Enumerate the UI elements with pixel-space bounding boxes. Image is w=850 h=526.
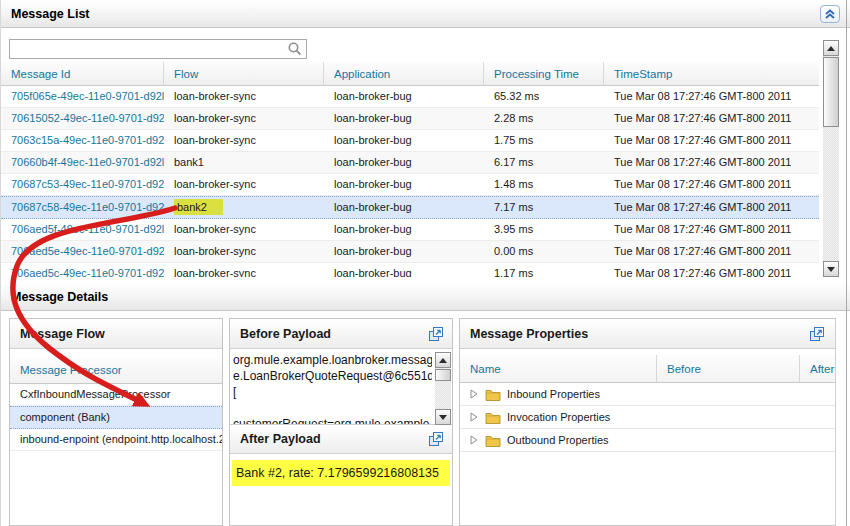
property-group-row[interactable]: Invocation Properties — [460, 406, 835, 429]
scroll-down-button[interactable] — [823, 261, 839, 277]
payload-panel: Before Payload org.mule.example.loanbrok… — [229, 318, 453, 526]
column-header-name[interactable]: Name — [460, 355, 657, 382]
application-cell: loan-broker-bug — [324, 108, 484, 129]
processing-time-cell: 1.48 ms — [484, 174, 604, 195]
table-row[interactable]: 70615052-49ec-11e0-9701-d92 loan-broker-… — [1, 108, 819, 130]
arrow-up-icon — [439, 358, 447, 363]
flow-cell-highlighted: bank2 — [164, 197, 324, 218]
timestamp-cell: Tue Mar 08 17:27:46 GMT-800 2011 — [604, 263, 819, 277]
before-payload-title: Before Payload — [240, 327, 331, 341]
expand-triangle-icon[interactable] — [469, 412, 479, 422]
column-header-processing-time[interactable]: Processing Time — [484, 62, 604, 86]
message-properties-panel: Message Properties Name Before After Inb… — [459, 318, 836, 526]
processing-time-cell: 0.00 ms — [484, 241, 604, 262]
application-cell: loan-broker-bug — [324, 152, 484, 173]
table-row-selected[interactable]: 70687c58-49ec-11e0-9701-d92 bank2 loan-b… — [1, 196, 819, 219]
property-group-label: Outbound Properties — [507, 434, 609, 446]
before-payload-scrollbar[interactable] — [435, 352, 451, 425]
column-header-message-processor[interactable]: Message Processor — [10, 357, 222, 384]
double-chevron-up-icon — [824, 8, 836, 20]
message-id-link[interactable]: 70687c58-49ec-11e0-9701-d92 — [1, 197, 164, 218]
message-search-box — [9, 39, 307, 59]
table-row[interactable]: 706aed5c-49ec-11e0-9701-d92 loan-broker-… — [1, 263, 819, 277]
table-row[interactable]: 706aed5f-49ec-11e0-9701-d92l loan-broker… — [1, 219, 819, 241]
properties-header-row: Name Before After — [460, 355, 835, 383]
application-cell: loan-broker-bug — [324, 263, 484, 277]
processing-time-cell: 1.75 ms — [484, 130, 604, 151]
payload-line: customerRequest=org.mule.example — [233, 416, 432, 424]
property-group-label: Inbound Properties — [507, 388, 600, 400]
table-row[interactable]: 70660b4f-49ec-11e0-9701-d92l bank1 loan-… — [1, 152, 819, 174]
flow-cell: loan-broker-sync — [164, 174, 324, 195]
processing-time-cell: 6.17 ms — [484, 152, 604, 173]
message-id-link[interactable]: 70687c53-49ec-11e0-9701-d92 — [1, 174, 164, 195]
column-header-before[interactable]: Before — [657, 355, 800, 382]
column-header-after[interactable]: After — [800, 355, 835, 382]
highlight-bank2: bank2 — [174, 199, 223, 215]
message-list-scrollbar[interactable] — [823, 40, 839, 277]
message-id-link[interactable]: 706aed5c-49ec-11e0-9701-d92 — [1, 263, 164, 277]
column-header-timestamp[interactable]: TimeStamp — [604, 62, 819, 86]
column-header-flow[interactable]: Flow — [164, 62, 324, 86]
collapse-panel-button[interactable] — [820, 5, 840, 23]
payload-line: org.mule.example.loanbroker.messag — [233, 352, 432, 368]
message-flow-row-selected[interactable]: component (Bank) — [10, 406, 222, 429]
message-id-link[interactable]: 706aed5f-49ec-11e0-9701-d92l — [1, 219, 164, 240]
expand-triangle-icon[interactable] — [469, 389, 479, 399]
property-group-row[interactable]: Outbound Properties — [460, 429, 835, 452]
timestamp-cell: Tue Mar 08 17:27:46 GMT-800 2011 — [604, 219, 819, 240]
arrow-up-icon — [827, 46, 835, 51]
scroll-up-button[interactable] — [823, 40, 839, 56]
flow-cell: loan-broker-sync — [164, 108, 324, 129]
message-id-link[interactable]: 70660b4f-49ec-11e0-9701-d92l — [1, 152, 164, 173]
after-payload-title: After Payload — [240, 432, 321, 446]
column-header-message-id[interactable]: Message Id — [1, 62, 164, 86]
message-properties-header: Message Properties — [460, 319, 835, 349]
message-flow-panel-header: Message Flow — [10, 319, 222, 349]
processing-time-cell: 1.17 ms — [484, 263, 604, 277]
flow-cell: bank1 — [164, 152, 324, 173]
table-row[interactable]: 705f065e-49ec-11e0-9701-d92l loan-broker… — [1, 86, 819, 108]
message-properties-title: Message Properties — [470, 327, 588, 341]
table-row[interactable]: 70687c53-49ec-11e0-9701-d92 loan-broker-… — [1, 174, 819, 196]
folder-icon — [485, 388, 501, 401]
expand-triangle-icon[interactable] — [469, 435, 479, 445]
processing-time-cell: 7.17 ms — [484, 197, 604, 218]
after-payload-highlighted-value: Bank #2, rate: 7.1796599216808135 — [232, 460, 450, 486]
processing-time-cell: 65.32 ms — [484, 86, 604, 107]
message-list-title: Message List — [11, 7, 90, 21]
timestamp-cell: Tue Mar 08 17:27:46 GMT-800 2011 — [604, 130, 819, 151]
application-cell: loan-broker-bug — [324, 130, 484, 151]
application-cell: loan-broker-bug — [324, 86, 484, 107]
timestamp-cell: Tue Mar 08 17:27:46 GMT-800 2011 — [604, 174, 819, 195]
popout-before-payload-icon[interactable] — [428, 326, 444, 342]
message-flow-row[interactable]: inbound-enpoint (endpoint.http.localhost… — [10, 429, 222, 451]
flow-cell: loan-broker-sync — [164, 130, 324, 151]
scrollbar-thumb[interactable] — [435, 369, 451, 381]
arrow-down-icon — [827, 267, 835, 272]
message-id-link[interactable]: 70615052-49ec-11e0-9701-d92 — [1, 108, 164, 129]
message-flow-row[interactable]: CxfInboundMessageProcessor — [10, 384, 222, 406]
application-cell: loan-broker-bug — [324, 219, 484, 240]
message-id-link[interactable]: 706aed5e-49ec-11e0-9701-d92 — [1, 241, 164, 262]
flow-cell: loan-broker-sync — [164, 86, 324, 107]
column-header-application[interactable]: Application — [324, 62, 484, 86]
payload-line — [233, 400, 432, 416]
popout-message-properties-icon[interactable] — [809, 326, 825, 342]
scroll-down-button[interactable] — [435, 409, 451, 425]
popout-after-payload-icon[interactable] — [428, 431, 444, 447]
property-group-row[interactable]: Inbound Properties — [460, 383, 835, 406]
property-group-label: Invocation Properties — [507, 411, 610, 423]
table-row[interactable]: 7063c15a-49ec-11e0-9701-d92 loan-broker-… — [1, 130, 819, 152]
table-row[interactable]: 706aed5e-49ec-11e0-9701-d92 loan-broker-… — [1, 241, 819, 263]
flow-cell: loan-broker-sync — [164, 263, 324, 277]
message-id-link[interactable]: 705f065e-49ec-11e0-9701-d92l — [1, 86, 164, 107]
message-list-section-bar: Message List — [1, 0, 850, 28]
scrollbar-thumb[interactable] — [823, 57, 839, 127]
scroll-up-button[interactable] — [435, 352, 451, 368]
message-id-link[interactable]: 7063c15a-49ec-11e0-9701-d92 — [1, 130, 164, 151]
search-input[interactable] — [10, 41, 287, 57]
processing-time-cell: 3.95 ms — [484, 219, 604, 240]
timestamp-cell: Tue Mar 08 17:27:46 GMT-800 2011 — [604, 241, 819, 262]
search-icon[interactable] — [287, 41, 303, 57]
